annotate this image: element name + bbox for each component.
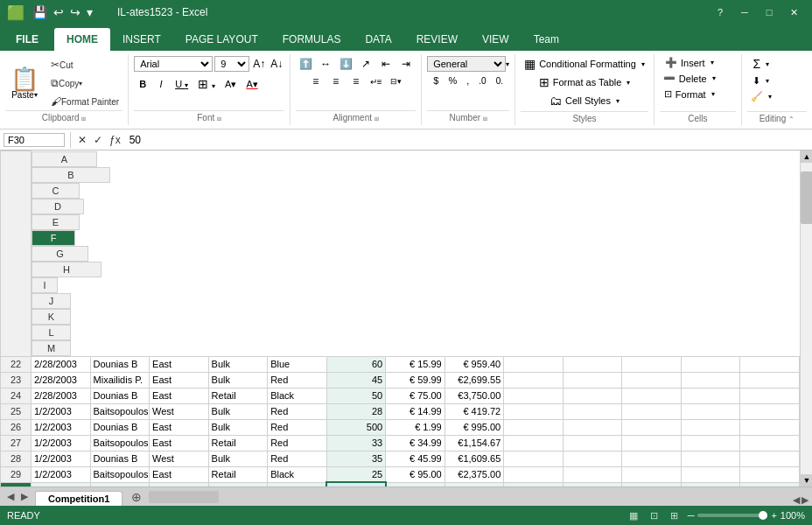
cell-empty[interactable]: [740, 451, 800, 466]
cell-empty[interactable]: [681, 482, 740, 486]
cell-empty[interactable]: [504, 356, 564, 372]
customize-quick-btn[interactable]: ▾: [85, 5, 94, 19]
col-header-i[interactable]: I: [32, 277, 58, 293]
border-button[interactable]: ⊞ ▾: [193, 75, 220, 93]
paste-button[interactable]: 📋 Paste ▾: [5, 66, 44, 102]
cell-e24[interactable]: Black: [268, 388, 327, 403]
cell-h27[interactable]: €1,154.67: [444, 435, 504, 451]
cell-g29[interactable]: € 95.00: [386, 466, 445, 482]
cell-f26[interactable]: 500: [326, 419, 386, 435]
cell-empty[interactable]: [740, 372, 800, 388]
conditional-formatting-button[interactable]: ▦ Conditional Formatting ▾: [521, 56, 648, 72]
cell-g24[interactable]: € 75.00: [386, 388, 445, 403]
align-right-btn[interactable]: ≡: [346, 74, 366, 89]
decimal-decrease-btn[interactable]: 0.: [492, 74, 508, 88]
row-number[interactable]: 24: [1, 388, 32, 403]
vertical-scrollbar[interactable]: ▲ ▼: [800, 150, 812, 486]
cell-empty[interactable]: [740, 435, 800, 451]
format-painter-button[interactable]: 🖌 Format Painter: [47, 94, 122, 109]
fill-color-button[interactable]: A▾: [220, 77, 241, 92]
cell-empty[interactable]: [504, 388, 564, 403]
format-button[interactable]: ⊡ Format ▾: [661, 88, 718, 101]
cell-f25[interactable]: 28: [326, 403, 386, 419]
col-header-k[interactable]: K: [32, 309, 71, 325]
confirm-formula-btn[interactable]: ✓: [92, 134, 104, 146]
align-bottom-btn[interactable]: ⬇️: [336, 56, 355, 72]
cell-g26[interactable]: € 1.99: [386, 419, 445, 435]
cell-c25[interactable]: West: [150, 403, 209, 419]
row-number[interactable]: 25: [1, 403, 32, 419]
clear-button[interactable]: 🧹 ▾: [747, 90, 775, 103]
cell-e30[interactable]: Blue: [268, 482, 327, 486]
cell-d23[interactable]: Bulk: [208, 372, 268, 388]
cell-h22[interactable]: € 959.40: [444, 356, 504, 372]
row-number[interactable]: 23: [1, 372, 32, 388]
cancel-formula-btn[interactable]: ✕: [76, 134, 88, 146]
tab-insert[interactable]: INSERT: [110, 28, 173, 51]
cell-empty[interactable]: [740, 356, 800, 372]
cell-b25[interactable]: Baitsopoulos I.: [90, 403, 150, 419]
cell-g22[interactable]: € 15.99: [386, 356, 445, 372]
cell-a28[interactable]: 1/2/2003: [32, 451, 91, 466]
cell-empty[interactable]: [563, 466, 622, 482]
cell-f22[interactable]: 60: [326, 356, 386, 372]
cell-b24[interactable]: Dounias B: [90, 388, 150, 403]
cell-empty[interactable]: [563, 435, 622, 451]
cell-g30[interactable]: € 48.99: [386, 482, 445, 486]
cell-c28[interactable]: West: [150, 451, 209, 466]
scroll-down-btn[interactable]: ▼: [801, 474, 812, 486]
cell-b22[interactable]: Dounias B: [90, 356, 150, 372]
cell-empty[interactable]: [740, 466, 800, 482]
cell-empty[interactable]: [563, 403, 622, 419]
cell-empty[interactable]: [622, 372, 682, 388]
tab-home[interactable]: HOME: [54, 28, 110, 51]
comma-btn[interactable]: ,: [462, 74, 473, 88]
cell-empty[interactable]: [622, 388, 682, 403]
cell-empty[interactable]: [740, 388, 800, 403]
page-break-view-btn[interactable]: ⊞: [668, 510, 681, 522]
formula-input[interactable]: [126, 134, 808, 146]
cell-h24[interactable]: €3,750.00: [444, 388, 504, 403]
scroll-tabs-left-btn[interactable]: ◀: [4, 491, 18, 502]
insert-function-btn[interactable]: ƒx: [108, 134, 122, 146]
cell-a24[interactable]: 2/28/2003: [32, 388, 91, 403]
add-sheet-btn[interactable]: ⊕: [124, 488, 149, 506]
cell-c24[interactable]: East: [150, 388, 209, 403]
page-layout-view-btn[interactable]: ⊡: [648, 510, 661, 522]
editing-collapse[interactable]: ⌃: [788, 116, 794, 123]
cell-e23[interactable]: Red: [268, 372, 327, 388]
cell-d24[interactable]: Retail: [208, 388, 268, 403]
align-middle-btn[interactable]: ↔: [316, 56, 335, 72]
row-number[interactable]: 22: [1, 356, 32, 372]
decrease-font-btn[interactable]: A↓: [269, 58, 284, 70]
cell-f28[interactable]: 35: [326, 451, 386, 466]
cell-e28[interactable]: Red: [268, 451, 327, 466]
cell-a26[interactable]: 1/2/2003: [32, 419, 91, 435]
row-number[interactable]: 28: [1, 451, 32, 466]
cell-b28[interactable]: Dounias B: [90, 451, 150, 466]
align-center-btn[interactable]: ≡: [326, 74, 346, 89]
minimize-btn[interactable]: ─: [733, 0, 756, 24]
cell-empty[interactable]: [504, 451, 564, 466]
cell-c30[interactable]: West: [150, 482, 209, 486]
cell-b23[interactable]: Mixailidis P.: [90, 372, 150, 388]
cell-h29[interactable]: €2,375.00: [444, 466, 504, 482]
tab-file[interactable]: FILE: [4, 28, 51, 51]
redo-quick-btn[interactable]: ↪: [68, 5, 82, 19]
col-header-h[interactable]: H: [32, 262, 102, 277]
col-header-l[interactable]: L: [32, 325, 71, 340]
cell-d28[interactable]: Bulk: [208, 451, 268, 466]
normal-view-btn[interactable]: ▦: [626, 510, 640, 522]
cell-f30[interactable]: 50: [326, 482, 386, 486]
cell-empty[interactable]: [504, 403, 564, 419]
font-size-select[interactable]: 9: [214, 56, 249, 72]
cell-h28[interactable]: €1,609.65: [444, 451, 504, 466]
scroll-tabs-right-btn[interactable]: ▶: [18, 491, 32, 502]
wrap-text-btn[interactable]: ↵≡: [367, 74, 386, 89]
cell-f23[interactable]: 45: [326, 372, 386, 388]
cell-d29[interactable]: Retail: [208, 466, 268, 482]
scroll-thumb[interactable]: [801, 172, 812, 224]
close-btn[interactable]: ✕: [782, 0, 805, 24]
cell-e26[interactable]: Red: [268, 419, 327, 435]
merge-center-btn[interactable]: ⊟▾: [387, 74, 406, 89]
